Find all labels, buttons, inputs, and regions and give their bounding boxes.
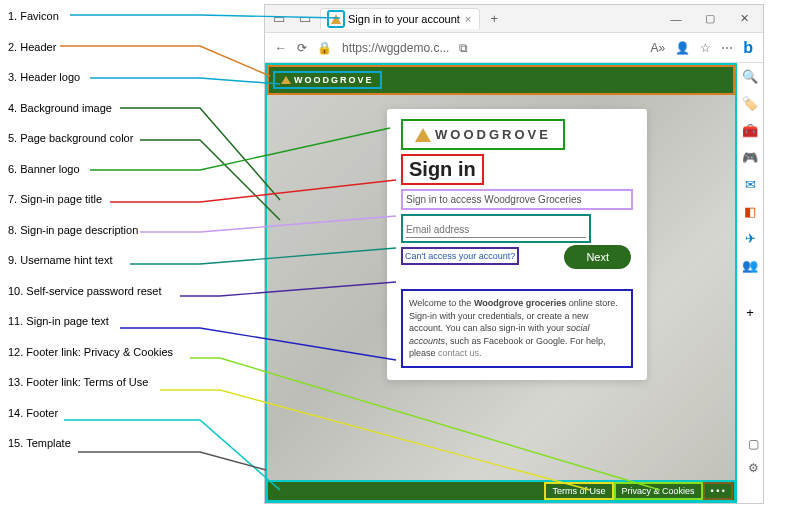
- legend-1: 1. Favicon: [8, 8, 173, 25]
- legend-5: 5. Page background color: [8, 130, 173, 147]
- contact-us-link[interactable]: contact us: [438, 348, 479, 358]
- tab-close-icon[interactable]: ×: [465, 13, 471, 25]
- page-header: WOODGROVE: [267, 65, 735, 95]
- svg-marker-0: [331, 14, 341, 24]
- legend-12: 12. Footer link: Privacy & Cookies: [8, 344, 173, 361]
- outlook-icon[interactable]: ✉: [745, 177, 756, 192]
- favicon-icon: [329, 12, 343, 26]
- legend-14: 14. Footer: [8, 405, 173, 422]
- banner-logo-icon: [415, 128, 431, 142]
- read-aloud-icon[interactable]: A»: [651, 41, 666, 55]
- forgot-password-link[interactable]: Can't access your account?: [403, 249, 517, 263]
- legend-9: 9. Username hint text: [8, 252, 173, 269]
- tab-list-icon[interactable]: ▭: [293, 7, 317, 31]
- send-icon[interactable]: ✈: [745, 231, 756, 246]
- legend-2: 2. Header: [8, 39, 173, 56]
- footer-privacy-link[interactable]: Privacy & Cookies: [616, 484, 701, 498]
- refresh-button[interactable]: ⟳: [297, 41, 307, 55]
- legend-13: 13. Footer link: Terms of Use: [8, 374, 173, 391]
- username-field-wrap: [403, 216, 589, 241]
- maximize-button[interactable]: ▢: [693, 6, 727, 32]
- address-bar: ← ⟳ 🔒 https://wggdemo.c... ⧉ A» 👤 ☆ ⋯ b: [265, 33, 763, 63]
- settings-icon[interactable]: ⚙: [748, 461, 759, 475]
- user-icon[interactable]: 👤: [675, 41, 690, 55]
- titlebar: ▭ ▭ Sign in to your account × + — ▢ ✕: [265, 5, 763, 33]
- lock-icon: 🔒: [317, 41, 332, 55]
- page-footer: Terms of Use Privacy & Cookies • • •: [267, 481, 735, 501]
- tools-icon[interactable]: 🧰: [742, 123, 758, 138]
- signin-page-text: Welcome to the Woodgrove groceries onlin…: [403, 291, 631, 366]
- new-tab-button[interactable]: +: [482, 7, 506, 31]
- legend-panel: 1. Favicon 2. Header 3. Header logo 4. B…: [8, 8, 173, 466]
- copy-icon[interactable]: ⧉: [459, 41, 468, 55]
- menu-icon[interactable]: ⋯: [721, 41, 733, 55]
- header-logo-icon: [281, 76, 291, 84]
- signin-card: WOODGROVE Sign in Sign in to access Wood…: [387, 109, 647, 380]
- header-logo-text: WOODGROVE: [294, 75, 374, 85]
- favorite-icon[interactable]: ☆: [700, 41, 711, 55]
- email-input[interactable]: [406, 222, 586, 238]
- sidebar-toggle-icon[interactable]: ▢: [748, 437, 759, 451]
- legend-4: 4. Background image: [8, 100, 173, 117]
- browser-window: ▭ ▭ Sign in to your account × + — ▢ ✕ ← …: [264, 4, 764, 504]
- signin-page-description: Sign in to access Woodgrove Groceries: [403, 191, 631, 208]
- url-text[interactable]: https://wggdemo.c...: [342, 41, 449, 55]
- page-template: WOODGROVE WOODGROVE Sign in Sign in to a…: [265, 63, 737, 503]
- footer-terms-link[interactable]: Terms of Use: [546, 484, 611, 498]
- add-sidebar-icon[interactable]: +: [746, 305, 754, 320]
- search-icon[interactable]: 🔍: [742, 69, 758, 84]
- tab-title: Sign in to your account: [348, 13, 460, 25]
- legend-3: 3. Header logo: [8, 69, 173, 86]
- legend-11: 11. Sign-in page text: [8, 313, 173, 330]
- back-button[interactable]: ←: [275, 41, 287, 55]
- banner-logo: WOODGROVE: [403, 121, 563, 148]
- minimize-button[interactable]: —: [659, 6, 693, 32]
- browser-tab[interactable]: Sign in to your account ×: [320, 8, 480, 29]
- legend-6: 6. Banner logo: [8, 161, 173, 178]
- legend-8: 8. Sign-in page description: [8, 222, 173, 239]
- tab-actions-icon[interactable]: ▭: [267, 7, 291, 31]
- banner-logo-text: WOODGROVE: [435, 127, 551, 142]
- signin-page-title: Sign in: [403, 156, 482, 183]
- games-icon[interactable]: 🎮: [742, 150, 758, 165]
- legend-7: 7. Sign-in page title: [8, 191, 173, 208]
- legend-15: 15. Template: [8, 435, 173, 452]
- header-logo: WOODGROVE: [275, 73, 380, 87]
- next-button[interactable]: Next: [564, 245, 631, 269]
- edge-sidebar: 🔍 🏷️ 🧰 🎮 ✉ ◧ ✈ 👥 +: [737, 63, 763, 320]
- bing-icon[interactable]: b: [743, 39, 753, 57]
- close-button[interactable]: ✕: [727, 6, 761, 32]
- shopping-icon[interactable]: 🏷️: [742, 96, 758, 111]
- footer-more-button[interactable]: • • •: [705, 484, 731, 498]
- office-icon[interactable]: ◧: [744, 204, 756, 219]
- teams-icon[interactable]: 👥: [742, 258, 758, 273]
- legend-10: 10. Self-service password reset: [8, 283, 173, 300]
